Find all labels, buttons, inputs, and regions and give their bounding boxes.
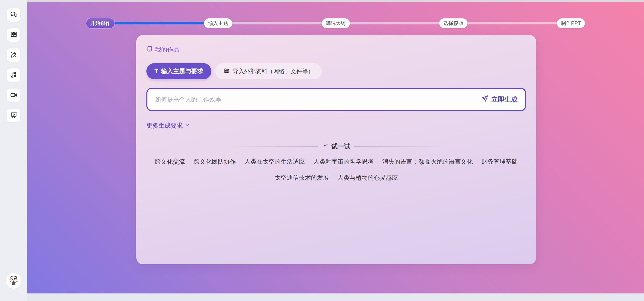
suggestion-item[interactable]: 跨文化交流	[155, 158, 185, 166]
window-top-edge	[27, 0, 644, 2]
suggestions-row-1: 跨文化交流 跨文化团队协作 人类在太空的生活适应 人类对宇宙的哲学思考 消失的语…	[146, 158, 526, 166]
document-icon	[146, 46, 153, 54]
divider-left	[228, 146, 318, 147]
sidebar-item-video[interactable]	[7, 89, 20, 102]
send-plane-icon	[481, 95, 489, 104]
user-avatar[interactable]	[6, 273, 21, 289]
topic-input[interactable]	[155, 96, 481, 103]
sidebar-item-reading[interactable]	[7, 28, 20, 42]
creation-card: 我的作品 T 输入主题与要求 导入外部资料（网络、文件等） 立即生成	[136, 35, 536, 264]
tab-import-external[interactable]: 导入外部资料（网络、文件等）	[215, 63, 322, 79]
music-icon	[10, 71, 18, 80]
sidebar-item-chat[interactable]	[7, 8, 20, 22]
tab-input-topic-label: 输入主题与要求	[161, 67, 203, 75]
text-T-icon: T	[154, 68, 158, 75]
sidebar-item-presentation[interactable]	[7, 109, 20, 122]
suggestion-item[interactable]: 人类对宇宙的哲学思考	[313, 158, 374, 166]
folder-icon	[223, 67, 230, 75]
chat-icon	[10, 11, 18, 19]
topic-input-container: 立即生成	[146, 88, 526, 111]
generate-button-label: 立即生成	[491, 95, 517, 104]
step-input-topic: 输入主题	[204, 18, 232, 28]
step-start-creation: 开始创作	[86, 18, 114, 28]
suggestion-item[interactable]: 财务管理基础	[481, 158, 518, 166]
try-label-group: 试一试	[322, 142, 350, 150]
suggestion-item[interactable]: 跨文化团队协作	[194, 158, 236, 166]
book-icon	[10, 31, 18, 40]
try-label: 试一试	[331, 142, 350, 150]
presentation-icon	[10, 111, 18, 120]
suggestion-item[interactable]: 人类与植物的心灵感应	[338, 174, 398, 182]
tab-input-topic[interactable]: T 输入主题与要求	[146, 63, 211, 79]
suggestion-item[interactable]: 人类在太空的生活适应	[245, 158, 305, 166]
sidebar-item-writing[interactable]	[7, 48, 20, 62]
suggestions-row-2: 太空通信技术的发展 人类与植物的心灵感应	[146, 174, 526, 182]
main-background: 开始创作 输入主题 编辑大纲 选择模版 制作PPT 我的作品 T 输入主题与要求…	[27, 2, 644, 293]
tab-import-external-label: 导入外部资料（网络、文件等）	[233, 67, 314, 75]
app-sidebar	[0, 0, 27, 301]
input-mode-tabs: T 输入主题与要求 导入外部资料（网络、文件等）	[146, 63, 526, 79]
video-icon	[10, 91, 18, 100]
step-edit-outline: 编辑大纲	[322, 18, 350, 28]
write-pen-icon	[10, 51, 18, 60]
my-works-label: 我的作品	[155, 46, 179, 54]
chevron-down-icon	[184, 122, 190, 129]
generate-button[interactable]: 立即生成	[481, 95, 517, 104]
my-works-link[interactable]: 我的作品	[146, 46, 179, 54]
more-options-label: 更多生成要求	[146, 122, 183, 130]
progress-stepper: 开始创作 输入主题 编辑大纲 选择模版 制作PPT	[86, 18, 585, 28]
panda-avatar-image	[8, 274, 20, 287]
sidebar-item-music[interactable]	[7, 68, 20, 82]
sparkle-icon	[322, 142, 329, 150]
divider-right	[354, 146, 445, 147]
step-choose-template: 选择模版	[439, 18, 467, 28]
more-options-toggle[interactable]: 更多生成要求	[146, 122, 190, 130]
suggestion-item[interactable]: 太空通信技术的发展	[275, 174, 329, 182]
step-make-ppt: 制作PPT	[557, 18, 585, 28]
try-section-header: 试一试	[146, 142, 526, 150]
suggestion-item[interactable]: 消失的语言：濒临灭绝的语言文化	[382, 158, 473, 166]
